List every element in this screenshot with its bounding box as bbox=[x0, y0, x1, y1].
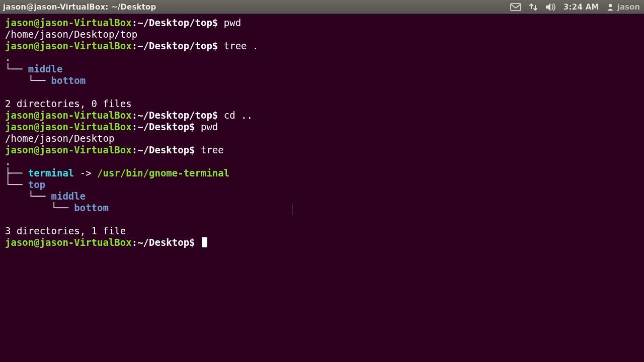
prompt-sep: : bbox=[132, 121, 137, 132]
volume-indicator[interactable] bbox=[545, 3, 556, 12]
tree-arrow: -> bbox=[74, 167, 97, 178]
tree-link-target: /usr/bin/gnome-terminal bbox=[97, 167, 229, 178]
prompt-dollar: $ bbox=[189, 237, 195, 248]
prompt-sep: : bbox=[132, 110, 137, 121]
output-line: /home/jason/Desktop/top bbox=[5, 29, 644, 40]
tree-summary: 2 directories, 0 files bbox=[5, 98, 644, 110]
prompt-dollar: $ bbox=[212, 40, 218, 51]
prompt-dollar: $ bbox=[212, 110, 218, 121]
screen: jason@jason-VirtualBox: ~/Desktop bbox=[0, 0, 644, 362]
command-text: pwd bbox=[201, 121, 218, 132]
tree-line: └── middle bbox=[5, 63, 644, 75]
tree-summary: 3 directories, 1 file bbox=[5, 225, 644, 237]
svg-point-1 bbox=[609, 4, 612, 7]
prompt-line: jason@jason-VirtualBox:~/Desktop$ bbox=[5, 237, 644, 248]
prompt-user: jason@jason-VirtualBox bbox=[5, 40, 132, 51]
cursor-block bbox=[202, 237, 207, 247]
clock-indicator[interactable]: 3:24 AM bbox=[564, 3, 599, 12]
user-icon bbox=[606, 3, 614, 11]
terminal[interactable]: jason@jason-VirtualBox:~/Desktop/top$ pw… bbox=[0, 14, 644, 362]
tree-dir: bottom bbox=[74, 202, 109, 213]
tree-branch bbox=[5, 202, 28, 213]
tree-branch bbox=[28, 202, 51, 213]
command-text: tree . bbox=[224, 40, 259, 51]
clock-text: 3:24 AM bbox=[564, 3, 599, 12]
blank-line bbox=[5, 86, 644, 98]
prompt-line: jason@jason-VirtualBox:~/Desktop/top$ cd… bbox=[5, 110, 644, 121]
prompt-user: jason@jason-VirtualBox bbox=[5, 144, 132, 155]
tree-line: └── middle bbox=[5, 191, 644, 202]
prompt-path: ~/Desktop bbox=[137, 121, 189, 132]
prompt-path: ~/Desktop bbox=[137, 144, 189, 155]
tree-line: ├── terminal -> /usr/bin/gnome-terminal bbox=[5, 167, 644, 179]
command-text: tree bbox=[201, 144, 224, 155]
prompt-path: ~/Desktop bbox=[137, 237, 189, 248]
top-panel: jason@jason-VirtualBox: ~/Desktop bbox=[0, 0, 644, 14]
prompt-dollar: $ bbox=[189, 121, 195, 132]
text-caret-icon bbox=[292, 204, 292, 215]
tree-branch: └── bbox=[28, 75, 51, 86]
prompt-path: ~/Desktop/top bbox=[137, 17, 212, 28]
tree-dir: middle bbox=[28, 63, 63, 74]
prompt-sep: : bbox=[132, 237, 137, 248]
tree-root: . bbox=[5, 52, 644, 63]
tree-root: . bbox=[5, 156, 644, 167]
prompt-path: ~/Desktop/top bbox=[137, 40, 212, 51]
prompt-line: jason@jason-VirtualBox:~/Desktop/top$ tr… bbox=[5, 40, 644, 52]
tree-branch: └── bbox=[51, 202, 74, 213]
blank-line bbox=[5, 214, 644, 225]
prompt-user: jason@jason-VirtualBox bbox=[5, 121, 132, 132]
prompt-sep: : bbox=[132, 144, 137, 155]
tree-branch bbox=[5, 75, 28, 86]
mail-indicator[interactable] bbox=[510, 3, 521, 11]
tree-symlink: terminal bbox=[28, 167, 74, 178]
prompt-path: ~/Desktop/top bbox=[137, 110, 212, 121]
prompt-user: jason@jason-VirtualBox bbox=[5, 17, 132, 28]
svg-rect-0 bbox=[511, 4, 521, 11]
prompt-line: jason@jason-VirtualBox:~/Desktop/top$ pw… bbox=[5, 17, 644, 29]
command-text: pwd bbox=[224, 17, 241, 28]
tree-branch: └── bbox=[5, 63, 28, 74]
tree-dir: top bbox=[28, 179, 45, 190]
tree-branch: ├── bbox=[5, 167, 28, 178]
user-indicator[interactable]: jason bbox=[606, 3, 640, 12]
mail-icon bbox=[510, 3, 521, 11]
tree-branch: └── bbox=[5, 179, 28, 190]
network-indicator[interactable] bbox=[528, 3, 538, 12]
prompt-sep: : bbox=[132, 17, 137, 28]
prompt-user: jason@jason-VirtualBox bbox=[5, 110, 132, 121]
prompt-dollar: $ bbox=[212, 17, 218, 28]
prompt-line: jason@jason-VirtualBox:~/Desktop$ tree bbox=[5, 144, 644, 156]
tree-line: └── top bbox=[5, 179, 644, 191]
prompt-line: jason@jason-VirtualBox:~/Desktop$ pwd bbox=[5, 121, 644, 133]
tree-branch: └── bbox=[28, 191, 51, 202]
command-text: cd .. bbox=[224, 110, 253, 121]
volume-icon bbox=[545, 3, 556, 12]
network-icon bbox=[528, 3, 538, 12]
prompt-dollar: $ bbox=[189, 144, 195, 155]
tree-line: └── bottom bbox=[5, 75, 644, 86]
prompt-user: jason@jason-VirtualBox bbox=[5, 237, 132, 248]
window-title: jason@jason-VirtualBox: ~/Desktop bbox=[3, 3, 156, 12]
output-line: /home/jason/Desktop bbox=[5, 133, 644, 144]
tree-dir: bottom bbox=[51, 75, 86, 86]
terminal-output: jason@jason-VirtualBox:~/Desktop/top$ pw… bbox=[5, 17, 644, 248]
prompt-sep: : bbox=[132, 40, 137, 51]
user-name: jason bbox=[617, 3, 640, 12]
tree-dir: middle bbox=[51, 191, 86, 202]
tree-line: └── bottom bbox=[5, 202, 644, 214]
tree-branch bbox=[5, 191, 28, 202]
